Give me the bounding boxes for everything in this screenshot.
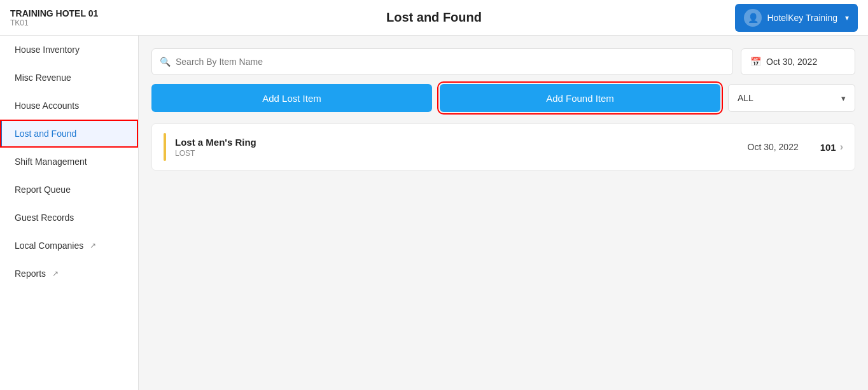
search-date-row: 🔍 📅 Oct 30, 2022 — [151, 48, 855, 75]
sidebar-item-guest-records[interactable]: Guest Records — [0, 204, 138, 232]
sidebar-item-house-inventory[interactable]: House Inventory — [0, 36, 138, 64]
search-icon: 🔍 — [160, 57, 171, 67]
sidebar-item-label: Report Queue — [15, 185, 71, 195]
chevron-down-icon: ▾ — [841, 94, 846, 103]
lost-found-list: Lost a Men's Ring LOST Oct 30, 2022 101 … — [151, 123, 855, 171]
sidebar-item-house-accounts[interactable]: House Accounts — [0, 92, 138, 120]
hotel-name: TRAINING HOTEL 01 — [10, 8, 98, 18]
sidebar-item-reports[interactable]: Reports ↗ — [0, 260, 138, 288]
external-link-icon: ↗ — [90, 241, 96, 250]
page-title: Lost and Found — [386, 10, 482, 25]
main-content: 🔍 📅 Oct 30, 2022 Add Lost Item Add Found… — [139, 36, 868, 390]
top-header: TRAINING HOTEL 01 TK01 Lost and Found 👤 … — [0, 0, 868, 36]
app-layout: House Inventory Misc Revenue House Accou… — [0, 36, 868, 390]
filter-dropdown[interactable]: ALL ▾ — [728, 84, 855, 112]
sidebar-item-label: Reports — [15, 268, 46, 279]
sidebar-item-label: Shift Management — [15, 157, 87, 167]
sidebar-item-label: House Accounts — [15, 101, 79, 111]
status-indicator — [164, 133, 166, 161]
action-buttons-row: Add Lost Item Add Found Item ALL ▾ — [151, 84, 855, 112]
sidebar-item-misc-revenue[interactable]: Misc Revenue — [0, 64, 138, 92]
chevron-right-icon: › — [840, 141, 843, 153]
item-title: Lost a Men's Ring — [175, 137, 726, 148]
hotel-code: TK01 — [10, 18, 98, 27]
user-menu-button[interactable]: 👤 HotelKey Training ▾ — [735, 4, 858, 32]
item-date: Oct 30, 2022 — [735, 142, 811, 152]
external-link-icon: ↗ — [52, 269, 59, 278]
filter-value: ALL — [738, 93, 753, 103]
item-room: 101 › — [820, 141, 843, 153]
item-status: LOST — [175, 149, 726, 158]
add-lost-item-button[interactable]: Add Lost Item — [151, 84, 432, 112]
add-found-item-button[interactable]: Add Found Item — [440, 84, 720, 112]
hotel-info: TRAINING HOTEL 01 TK01 — [10, 8, 98, 27]
sidebar-item-label: House Inventory — [15, 45, 80, 55]
table-row[interactable]: Lost a Men's Ring LOST Oct 30, 2022 101 … — [151, 123, 855, 171]
sidebar-item-label: Guest Records — [15, 212, 74, 223]
sidebar-item-shift-management[interactable]: Shift Management — [0, 148, 138, 176]
search-input[interactable] — [176, 57, 725, 67]
item-info: Lost a Men's Ring LOST — [175, 137, 726, 158]
calendar-icon: 📅 — [750, 57, 761, 67]
sidebar-item-local-companies[interactable]: Local Companies ↗ — [0, 232, 138, 260]
user-label: HotelKey Training — [767, 13, 837, 23]
search-box[interactable]: 🔍 — [151, 48, 733, 75]
sidebar-item-label: Lost and Found — [15, 129, 76, 139]
sidebar-item-label: Misc Revenue — [15, 73, 71, 83]
user-avatar-icon: 👤 — [744, 9, 762, 27]
date-value: Oct 30, 2022 — [766, 57, 817, 67]
sidebar-item-lost-and-found[interactable]: Lost and Found — [0, 120, 138, 148]
chevron-down-icon: ▾ — [845, 13, 849, 22]
sidebar: House Inventory Misc Revenue House Accou… — [0, 36, 139, 390]
room-number: 101 — [820, 142, 836, 153]
sidebar-item-report-queue[interactable]: Report Queue — [0, 176, 138, 204]
date-picker[interactable]: 📅 Oct 30, 2022 — [741, 48, 855, 75]
sidebar-item-label: Local Companies — [15, 240, 83, 251]
